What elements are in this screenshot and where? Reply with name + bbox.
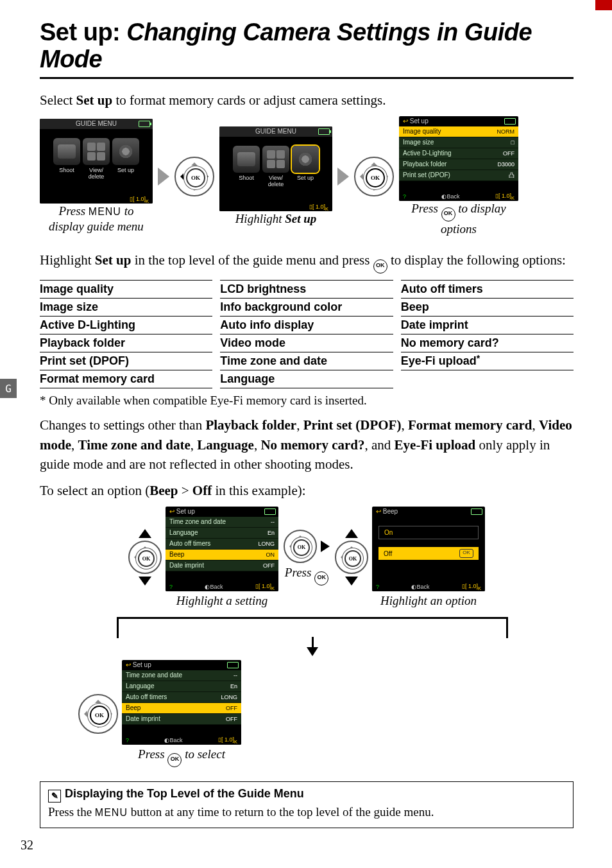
info-box-body: Press the MENU button at any time to ret…	[48, 804, 565, 821]
caption-highlight-setting: Highlight a setting	[176, 594, 268, 608]
flow-row-1: GUIDE MENU Shoot View/ delete Set up ▯[ …	[40, 116, 574, 238]
lead-a: Select	[40, 92, 76, 108]
list-item: LanguageEn	[122, 681, 241, 692]
footer-bar: ?◐Back▯[ 1.0]K	[399, 192, 518, 201]
option-cell: Time zone and date	[220, 352, 393, 370]
option-cell: Active D-Lighting	[40, 316, 212, 334]
option-cell: No memory card?	[401, 334, 574, 352]
footer-count-2: ▯[ 1.0]K	[219, 202, 332, 211]
caption-highlight-option: Highlight an option	[380, 594, 477, 608]
up-down-arrows-icon: OK	[128, 529, 162, 586]
beep-option-off-selected: Off OK	[378, 547, 479, 560]
setup-header: Set up	[410, 117, 429, 125]
options-col-3: Auto off timers Beep Date imprint No mem…	[401, 280, 574, 388]
footnote-star: *	[477, 353, 480, 363]
flow-row-2: OK ↩ Set up Time zone and date-- Languag…	[40, 507, 574, 767]
list-item: Auto off timersLONG	[166, 539, 278, 550]
guide-menu-screen-1: GUIDE MENU Shoot View/ delete Set up ▯[ …	[40, 119, 153, 204]
list-item: Date imprintOFF	[166, 560, 278, 571]
ok-dial-right: OK	[284, 530, 317, 563]
beep-options-screen: ↩ Beep On Off OK ?◐Back▯[ 1.0]K	[372, 507, 485, 591]
list-item: Auto off timersLONG	[122, 692, 241, 703]
options-table: Image quality Image size Active D-Lighti…	[40, 280, 574, 388]
tile-view	[262, 146, 289, 173]
page-number: 32	[21, 838, 33, 853]
battery-icon	[139, 121, 150, 127]
option-cell: Playback folder	[40, 334, 212, 352]
option-cell: Info background color	[220, 298, 393, 316]
option-cell: Image size	[40, 298, 212, 316]
option-cell: Date imprint	[401, 316, 574, 334]
tile-shoot	[53, 138, 80, 165]
lead-c: to format memory cards or adjust camera …	[112, 92, 386, 108]
pencil-icon: ✎	[48, 790, 61, 803]
battery-icon	[504, 118, 516, 125]
ok-dial-lr: OK	[174, 157, 214, 196]
info-box-title: ✎Displaying the Top Level of the Guide M…	[48, 787, 565, 803]
list-item: Image qualityNORM	[399, 126, 518, 137]
list-item: LanguageEn	[166, 528, 278, 539]
title-prefix: Set up:	[40, 19, 120, 46]
flow-bracket	[117, 617, 508, 656]
ok-dial-press: OK	[78, 694, 118, 734]
up-down-arrows-icon: OK	[335, 529, 368, 586]
setup-options-screen: ↩ Set up Image qualityNORM Image size□ A…	[399, 116, 518, 201]
tile-view	[83, 138, 110, 165]
ok-mini-icon: OK	[459, 549, 473, 558]
options-col-1: Image quality Image size Active D-Lighti…	[40, 280, 212, 388]
list-item-selected: BeepOFF	[122, 703, 241, 714]
lead-b: Set up	[76, 92, 113, 108]
list-item: Image size□	[399, 137, 518, 148]
list-item: Date imprintOFF	[122, 714, 241, 725]
battery-icon	[318, 128, 330, 135]
beep-option-on: On	[378, 526, 479, 539]
tile-label-setup: Set up	[112, 168, 139, 180]
ok-icon	[167, 753, 182, 767]
option-cell: Print set (DPOF)	[40, 352, 212, 370]
lead-paragraph: Select Set up to format memory cards or …	[40, 91, 574, 110]
down-arrowhead-icon	[307, 647, 318, 656]
title-underline	[40, 77, 574, 79]
option-cell: Auto info display	[220, 316, 393, 334]
option-cell: Beep	[401, 298, 574, 316]
tile-setup	[112, 138, 139, 165]
tile-shoot	[233, 146, 260, 173]
tile-label-view: View/ delete	[262, 175, 289, 188]
body-paragraph-2: Highlight Set up in the top level of the…	[40, 250, 574, 273]
body-paragraph-4: To select an option (Beep > Off in this …	[40, 481, 574, 500]
page-title: Set up: Changing Camera Settings in Guid…	[40, 19, 574, 73]
options-col-2: LCD brightness Info background color Aut…	[220, 280, 393, 388]
guide-menu-header: GUIDE MENU	[76, 120, 117, 127]
info-box: ✎Displaying the Top Level of the Guide M…	[40, 781, 574, 828]
list-item: Playback folderD3000	[399, 159, 518, 170]
body-paragraph-3: Changes to settings other than Playback …	[40, 415, 574, 474]
footnote: * Only available when compatible Eye-Fi …	[40, 392, 574, 410]
footer-count-1: ▯[ 1.0]K	[40, 195, 153, 204]
option-cell: Image quality	[40, 280, 212, 298]
arrow-icon	[337, 168, 349, 186]
option-cell: Video mode	[220, 334, 393, 352]
tile-label-shoot: Shoot	[233, 175, 260, 188]
arrow-icon	[158, 168, 169, 186]
setup-screen-beep-off: ↩ Set up Time zone and date-- LanguageEn…	[122, 660, 241, 745]
ok-icon	[441, 207, 455, 221]
caption-3: Press to display options	[399, 201, 518, 238]
side-tab: G	[0, 379, 17, 398]
ok-dial-press: OK	[354, 157, 394, 196]
ok-dial: OK	[335, 541, 368, 574]
tile-label-shoot: Shoot	[53, 168, 80, 180]
list-item: Active D-LightingOFF	[399, 148, 518, 159]
tile-setup-selected	[292, 146, 319, 173]
caption-press-ok: Press	[285, 566, 328, 586]
list-item: Time zone and date--	[122, 670, 241, 681]
caption-press-ok-select: Press to select	[138, 747, 225, 767]
list-item: Print set (DPOF)凸	[399, 170, 518, 181]
ok-icon	[314, 571, 328, 586]
list-item: Time zone and date--	[166, 517, 278, 528]
tile-label-view: View/ delete	[83, 168, 110, 180]
guide-menu-screen-2: GUIDE MENU Shoot View/ delete Set up ▯[ …	[219, 126, 332, 211]
option-cell: Format memory card	[40, 370, 212, 388]
caption-2: Highlight Set up	[235, 211, 317, 227]
setup-screen-beep-on: ↩ Set up Time zone and date-- LanguageEn…	[166, 507, 278, 591]
list-item-selected: BeepON	[166, 550, 278, 560]
